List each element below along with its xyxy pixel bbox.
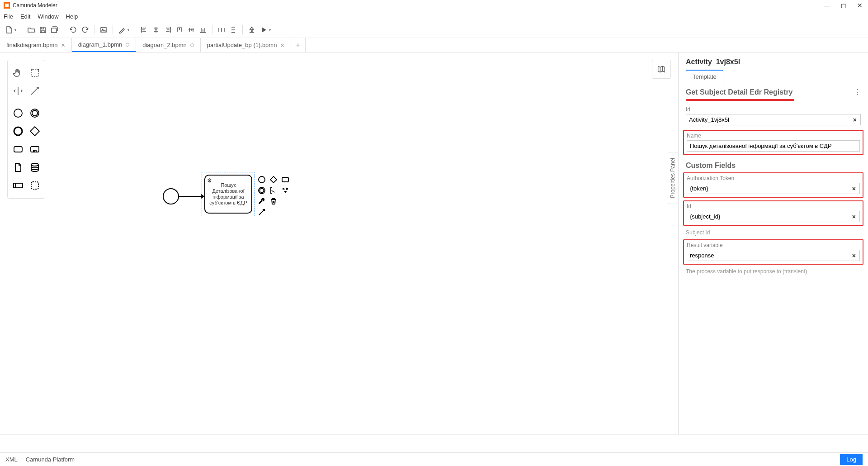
auth-token-label: Authorization Token — [687, 175, 860, 181]
xml-view-button[interactable]: XML — [5, 456, 18, 463]
id-input[interactable] — [686, 114, 849, 125]
append-intermediate-event[interactable] — [257, 185, 267, 195]
append-task[interactable] — [280, 175, 290, 185]
status-bar: XML Camunda Platform Log — [0, 452, 868, 466]
end-event-tool[interactable] — [12, 125, 24, 138]
align-bottom-button[interactable] — [198, 24, 208, 35]
clear-icon[interactable]: × — [849, 252, 859, 259]
distribute-v-button[interactable] — [228, 24, 239, 35]
auth-token-input[interactable] — [687, 183, 849, 194]
image-button[interactable] — [98, 24, 109, 35]
name-input[interactable] — [687, 141, 859, 151]
svg-point-18 — [260, 189, 264, 193]
align-center-button[interactable] — [151, 24, 161, 35]
clear-icon[interactable]: × — [849, 185, 859, 192]
wrench-icon[interactable] — [257, 196, 267, 206]
clear-icon[interactable]: × — [849, 116, 860, 124]
annotation[interactable] — [269, 185, 278, 195]
result-var-input[interactable] — [687, 250, 849, 261]
align-middle-button[interactable] — [186, 24, 197, 35]
task-tool[interactable] — [12, 143, 24, 156]
data-object-tool[interactable] — [12, 161, 24, 174]
tab-diagram1[interactable]: diagram_1.bpmn — [72, 38, 137, 52]
run-dropdown[interactable]: ▾ — [269, 28, 271, 32]
start-event-tool[interactable] — [12, 107, 24, 119]
align-left-button[interactable] — [139, 24, 150, 35]
group-tool[interactable] — [28, 179, 41, 192]
delete-icon[interactable] — [269, 196, 278, 206]
sequence-flow[interactable] — [179, 196, 203, 197]
highlight-underline — [686, 99, 794, 101]
connect-icon[interactable] — [257, 207, 267, 217]
svg-rect-12 — [14, 183, 23, 188]
append-end-event[interactable] — [257, 175, 267, 185]
subprocess-tool[interactable] — [28, 143, 41, 156]
data-store-tool[interactable] — [28, 161, 41, 174]
space-tool[interactable] — [12, 85, 24, 97]
custom-fields-header: Custom Fields — [679, 158, 868, 171]
svg-rect-16 — [282, 177, 288, 182]
redo-button[interactable] — [80, 24, 90, 35]
template-menu[interactable]: ⋮ — [854, 88, 861, 96]
tab-label: diagram_1.bpmn — [78, 41, 123, 48]
tab-template[interactable]: Template — [686, 70, 723, 83]
canvas[interactable]: ⚙ Пошук Деталізованої інформації за суб'… — [0, 52, 678, 434]
run-button[interactable] — [258, 24, 269, 35]
participant-tool[interactable] — [12, 179, 24, 192]
close-icon[interactable]: × — [280, 42, 284, 49]
distribute-h-button[interactable] — [216, 24, 227, 35]
bottom-spacer — [0, 434, 868, 452]
service-task[interactable]: ⚙ Пошук Деталізованої інформації за суб'… — [204, 175, 252, 214]
result-var-label: Result variable — [687, 242, 860, 248]
menu-help[interactable]: Help — [66, 13, 78, 20]
dirty-indicator — [190, 43, 194, 47]
undo-button[interactable] — [68, 24, 79, 35]
append-gateway[interactable] — [269, 175, 278, 185]
close-icon[interactable]: × — [61, 42, 65, 49]
properties-panel-tab[interactable]: Properties Panel — [668, 152, 678, 204]
tab-label: finalkdiagram.bpmn — [6, 42, 57, 48]
align-top-button[interactable] — [174, 24, 185, 35]
tab-partialupdate[interactable]: partialUpdate_bp (1).bpmn × — [201, 38, 291, 52]
tab-finalkdiagram[interactable]: finalkdiagram.bpmn × — [0, 38, 72, 52]
tab-label: partialUpdate_bp (1).bpmn — [207, 42, 277, 48]
change-type[interactable] — [280, 185, 290, 195]
platform-label[interactable]: Camunda Platform — [26, 456, 75, 463]
open-file-button[interactable] — [26, 24, 37, 35]
menu-file[interactable]: File — [4, 13, 13, 20]
toolbar: ▾ ▾ ▾ — [0, 22, 868, 38]
clear-icon[interactable]: × — [849, 213, 859, 220]
template-name: Get Subject Detail Edr Registry — [686, 88, 854, 96]
new-file-dropdown[interactable]: ▾ — [14, 28, 16, 32]
align-right-button[interactable] — [162, 24, 173, 35]
add-tab-button[interactable]: + — [291, 38, 306, 52]
context-pad — [257, 175, 290, 217]
name-label: Name — [687, 133, 860, 139]
gateway-tool[interactable] — [28, 125, 41, 138]
subject-id-input[interactable] — [687, 211, 849, 222]
color-button[interactable] — [117, 24, 127, 35]
minimap-toggle[interactable] — [652, 60, 671, 79]
new-file-button[interactable] — [4, 24, 14, 35]
color-dropdown[interactable]: ▾ — [127, 28, 129, 32]
menu-window[interactable]: Window — [38, 13, 58, 20]
lasso-tool[interactable] — [28, 67, 41, 79]
save-button[interactable] — [38, 24, 48, 35]
log-button[interactable]: Log — [840, 454, 863, 465]
hand-tool[interactable] — [12, 67, 24, 79]
gear-icon: ⚙ — [207, 177, 212, 184]
menu-edit[interactable]: Edit — [20, 13, 30, 20]
maximize-button[interactable]: ◻ — [841, 2, 846, 9]
svg-point-11 — [31, 163, 38, 166]
start-event[interactable] — [163, 188, 179, 204]
svg-point-14 — [259, 176, 265, 183]
global-connect-tool[interactable] — [28, 85, 41, 97]
app-icon — [4, 2, 10, 9]
tab-diagram2[interactable]: diagram_2.bpmn — [136, 38, 201, 52]
minimize-button[interactable]: — — [824, 2, 830, 9]
intermediate-event-tool[interactable] — [28, 107, 41, 119]
close-window-button[interactable]: ✕ — [857, 2, 863, 9]
deploy-button[interactable] — [246, 24, 257, 35]
save-all-button[interactable] — [49, 24, 60, 35]
svg-rect-0 — [101, 28, 106, 32]
